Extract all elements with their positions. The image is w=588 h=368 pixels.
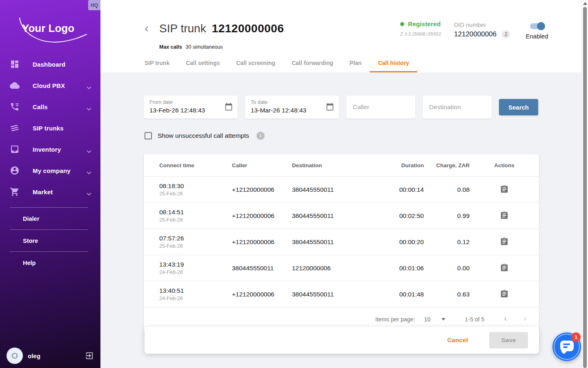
user-row: O oleg [7, 348, 94, 364]
tab-sip-trunk[interactable]: SIP trunk [136, 54, 178, 72]
connect-date: 24-Feb-26 [159, 269, 232, 275]
duration-cell: 00:01:06 [372, 265, 424, 272]
registration-status: Registered Z 3.3.25608 r25552 [400, 20, 441, 36]
tab-call-screening[interactable]: Call screening [228, 54, 283, 72]
checkbox-label: Show unsuccessful call attempts [158, 132, 249, 139]
column-header: Connect time [144, 162, 232, 168]
to-date-field[interactable]: To date 13-Mar-26 12:48:43 [245, 96, 339, 119]
from-date-field[interactable]: From date 13-Feb-26 12:48:43 [144, 96, 238, 119]
info-icon[interactable]: i [256, 132, 265, 140]
sidebar-item-calls[interactable]: Calls [0, 96, 100, 117]
call-history-table: Connect time Caller Destination Duration… [144, 154, 539, 331]
items-per-page-label: Items per page: [375, 316, 415, 323]
caller-cell: +12120000006 [232, 186, 292, 193]
sidebar: HQ Your Logo Dashboard Cloud PBX [0, 0, 100, 368]
page-title: SIP trunk12120000006 [159, 22, 284, 35]
sidebar-item-dialer[interactable]: Dialer [10, 208, 88, 229]
chevron-down-icon [87, 148, 91, 151]
calendar-icon[interactable] [225, 103, 233, 111]
chevron-down-icon [87, 169, 91, 172]
charge-cell: 0.08 [424, 186, 470, 193]
call-details-icon[interactable] [499, 289, 509, 299]
dashboard-icon [10, 59, 20, 69]
calendar-icon[interactable] [326, 103, 334, 111]
tab-call-history[interactable]: Call history [370, 54, 417, 72]
page-header: SIP trunk12120000006 Max calls30 simulta… [100, 0, 588, 72]
call-details-icon[interactable] [499, 263, 509, 273]
connect-time: 08:18:30 [159, 182, 232, 190]
max-calls: Max calls30 simultaneous [159, 44, 223, 50]
logo: Your Logo [7, 11, 93, 46]
sidebar-item-cloud-pbx[interactable]: Cloud PBX [0, 75, 100, 96]
column-header: Actions [470, 162, 539, 168]
chat-widget-button[interactable]: 1 [552, 332, 581, 361]
tab-call-settings[interactable]: Call settings [178, 54, 228, 72]
scroll-up-icon[interactable] [583, 2, 587, 5]
back-icon[interactable] [142, 25, 152, 34]
caller-input[interactable] [346, 103, 415, 111]
phone-icon [10, 102, 20, 112]
sidebar-item-inventory[interactable]: Inventory [0, 139, 100, 160]
show-unsuccessful-checkbox[interactable] [145, 132, 152, 139]
cancel-button[interactable]: Cancel [447, 337, 468, 344]
logo-text: Your Logo [22, 22, 74, 35]
did-count-badge: 2 [502, 30, 510, 38]
sidebar-item-my-company[interactable]: My company [0, 160, 100, 181]
table-row: 08:18:30 25-Feb-26 +12120000006 38044555… [144, 176, 539, 202]
sidebar-item-market[interactable]: Market [0, 181, 100, 202]
call-details-icon[interactable] [499, 185, 509, 195]
search-button[interactable]: Search [499, 99, 538, 115]
sidebar-item-dashboard[interactable]: Dashboard [0, 54, 100, 75]
destination-field-card [423, 96, 492, 119]
app-window: HQ Your Logo Dashboard Cloud PBX [0, 0, 588, 368]
hq-badge: HQ [88, 0, 100, 10]
tab-bar: SIP trunk Call settings Call screening C… [136, 54, 417, 72]
table-row: 08:14:51 25-Feb-26 +12120000006 38044555… [144, 202, 539, 229]
tab-plan[interactable]: Plan [341, 54, 370, 72]
trunk-number: 12120000006 [212, 22, 284, 35]
chat-bubble-icon [560, 341, 574, 351]
from-date-value: 13-Feb-26 12:48:43 [149, 107, 232, 114]
sidebar-item-help[interactable]: Help [10, 252, 88, 274]
column-header: Destination [292, 162, 372, 168]
cloud-icon [10, 81, 20, 90]
items-per-page-select[interactable]: 10 [424, 316, 430, 323]
previous-page-icon[interactable] [501, 314, 510, 324]
tab-call-forwarding[interactable]: Call forwarding [283, 54, 341, 72]
sidebar-item-sip-trunks[interactable]: SIP trunks [0, 117, 100, 139]
scrollbar-thumb[interactable] [583, 7, 587, 368]
dropdown-caret-icon[interactable] [441, 318, 445, 321]
charge-cell: 0.00 [424, 265, 470, 272]
duration-cell: 00:01:48 [372, 291, 424, 298]
toggle-knob [537, 22, 545, 30]
column-header: Duration [372, 162, 424, 168]
destination-cell: 380445550011 [292, 238, 372, 246]
avatar: O [7, 348, 23, 364]
caller-cell: 380445550011 [232, 265, 292, 272]
enabled-toggle[interactable] [530, 23, 544, 29]
connect-time: 08:14:51 [159, 209, 232, 216]
sidebar-item-store[interactable]: Store [10, 230, 88, 251]
toggle-label: Enabled [526, 33, 548, 40]
duration-cell: 00:02:50 [372, 212, 424, 220]
table-row: 13:43:19 24-Feb-26 380445550011 12120000… [144, 255, 539, 281]
chevron-down-icon [87, 190, 91, 193]
call-details-icon[interactable] [499, 237, 509, 247]
connect-date: 24-Feb-26 [159, 296, 232, 301]
next-page-icon[interactable] [520, 314, 530, 324]
chevron-down-icon [87, 105, 91, 108]
connect-date: 25-Feb-26 [159, 217, 232, 223]
connect-time: 13:43:19 [159, 261, 232, 268]
connect-date: 25-Feb-26 [159, 191, 232, 197]
logout-icon[interactable] [85, 351, 94, 360]
destination-input[interactable] [423, 103, 492, 111]
call-details-icon[interactable] [499, 211, 509, 221]
did-number-block: DID number 12120000006 2 [454, 22, 510, 38]
chat-unread-badge: 1 [571, 332, 581, 342]
user-name: oleg [28, 352, 40, 359]
connect-time: 13:40:51 [159, 287, 232, 294]
connect-date: 25-Feb-26 [159, 243, 232, 249]
save-button[interactable]: Save [489, 332, 528, 348]
enabled-toggle-block: Enabled [521, 23, 553, 40]
status-dot-icon [400, 22, 404, 26]
